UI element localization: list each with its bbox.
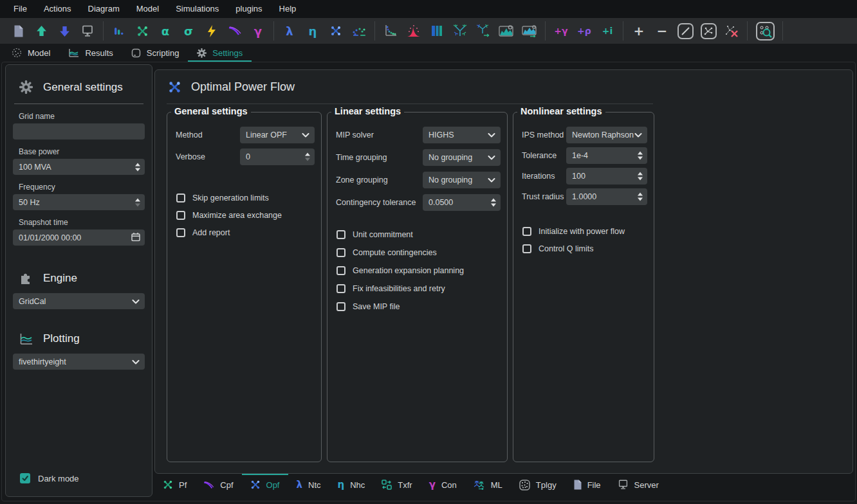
add-i-icon[interactable]: +i bbox=[596, 21, 619, 40]
tolerance-spinbox[interactable]: 1e-4 bbox=[566, 147, 647, 164]
grid-name-input[interactable] bbox=[13, 123, 145, 140]
tab-nhc[interactable]: η Nhc bbox=[329, 474, 374, 496]
contingency-tolerance-spinbox[interactable]: 0.0500 bbox=[423, 194, 501, 211]
tab-model[interactable]: Model bbox=[3, 44, 59, 62]
spin-buttons[interactable] bbox=[491, 199, 496, 207]
trust-radius-spinbox[interactable]: 1.0000 bbox=[566, 188, 647, 205]
checkbox-compute-contingencies[interactable]: Compute contingencies bbox=[336, 248, 501, 257]
tab-tplgy[interactable]: Tplgy bbox=[511, 474, 565, 496]
power-flow-icon[interactable] bbox=[131, 21, 154, 40]
sigma-icon[interactable]: σ bbox=[177, 21, 200, 40]
zone-grouping-combo[interactable]: No grouping bbox=[423, 172, 501, 188]
menu-diagram[interactable]: Diagram bbox=[80, 0, 128, 18]
tab-con[interactable]: γ Con bbox=[421, 474, 465, 496]
menu-plugins[interactable]: plugins bbox=[227, 0, 270, 18]
engine-heading: Engine bbox=[19, 271, 145, 285]
tab-ml[interactable]: ML bbox=[465, 474, 511, 496]
snapshot-time-input[interactable]: 01/01/2000 00:00 bbox=[13, 230, 145, 246]
server-connect-icon[interactable] bbox=[76, 21, 99, 40]
spin-buttons[interactable] bbox=[638, 193, 643, 201]
checkbox-fix-infeasibilities[interactable]: Fix infeasibilities and retry bbox=[336, 284, 501, 293]
tab-pf[interactable]: Pf bbox=[154, 474, 195, 496]
spin-buttons[interactable] bbox=[638, 152, 643, 160]
toolbar-separator bbox=[782, 21, 783, 40]
open-file-icon[interactable] bbox=[30, 21, 53, 40]
tab-opf[interactable]: Opf bbox=[242, 474, 288, 496]
tab-results-label: Results bbox=[85, 48, 113, 58]
spin-buttons[interactable] bbox=[305, 153, 310, 161]
tab-txfr[interactable]: Txfr bbox=[373, 474, 420, 496]
menu-file[interactable]: File bbox=[5, 0, 35, 18]
checkbox-maximize-area-exchange[interactable]: Maximize area exchange bbox=[176, 211, 315, 220]
ips-method-combo[interactable]: Newton Raphson bbox=[566, 127, 647, 143]
auto-layout-icon[interactable] bbox=[697, 21, 720, 40]
histogram-ts-icon[interactable] bbox=[518, 21, 541, 40]
save-file-icon[interactable] bbox=[53, 21, 76, 40]
spin-buttons[interactable] bbox=[638, 172, 643, 181]
menu-simulations[interactable]: Simulations bbox=[167, 0, 227, 18]
eta-icon[interactable]: η bbox=[301, 21, 324, 40]
new-file-icon[interactable] bbox=[6, 21, 30, 40]
base-power-spinbox[interactable]: 100 MVA bbox=[13, 159, 145, 175]
page-title: Optimal Power Flow bbox=[191, 80, 295, 94]
checkbox-skip-generation-limits[interactable]: Skip generation limits bbox=[176, 194, 315, 203]
verbose-spinbox[interactable]: 0 bbox=[240, 148, 315, 165]
contingency-branch-ts-icon[interactable] bbox=[472, 21, 495, 40]
engine-title: Engine bbox=[43, 272, 77, 285]
add-gamma-icon[interactable]: +γ bbox=[549, 21, 573, 40]
time-series-icon[interactable] bbox=[107, 21, 131, 40]
short-circuit-icon[interactable] bbox=[200, 21, 223, 40]
calendar-icon[interactable] bbox=[131, 232, 140, 243]
scatter-curve-icon[interactable] bbox=[379, 21, 402, 40]
checkbox-save-mip-file[interactable]: Save MIP file bbox=[336, 302, 501, 311]
dark-mode-label: Dark mode bbox=[38, 474, 79, 483]
spin-buttons[interactable] bbox=[135, 163, 140, 171]
checkbox-initialize-with-power-flow[interactable]: Initialize with power flow bbox=[522, 227, 647, 236]
checkbox-control-q-limits[interactable]: Control Q limits bbox=[522, 244, 647, 253]
menu-help[interactable]: Help bbox=[271, 0, 305, 18]
optimal-power-flow-icon[interactable] bbox=[324, 21, 347, 40]
contingency-branch-icon[interactable] bbox=[448, 21, 472, 40]
search-data-icon[interactable] bbox=[751, 21, 779, 40]
gamma-icon[interactable]: γ bbox=[246, 21, 270, 40]
checkbox-unit-commitment[interactable]: Unit commitment bbox=[336, 230, 501, 239]
tab-ntc[interactable]: λ Ntc bbox=[288, 474, 329, 496]
mip-solver-combo[interactable]: HIGHS bbox=[423, 127, 501, 143]
sidebar: General settings Grid name Base power 10… bbox=[5, 64, 152, 497]
panel-title-row: Optimal Power Flow bbox=[167, 80, 841, 94]
menu-actions[interactable]: Actions bbox=[35, 0, 80, 18]
sigma-peak-icon[interactable] bbox=[402, 21, 425, 40]
histogram-clustering-icon[interactable] bbox=[495, 21, 518, 40]
dark-mode-checkbox[interactable] bbox=[20, 473, 30, 483]
tab-cpf[interactable]: Cpf bbox=[195, 474, 241, 496]
iterations-spinbox[interactable]: 100 bbox=[566, 168, 647, 184]
toolbar-simulation-group: α σ γ bbox=[104, 18, 273, 44]
ml-icon bbox=[474, 480, 485, 490]
spin-buttons[interactable] bbox=[135, 198, 140, 206]
lambda-icon[interactable]: λ bbox=[278, 21, 301, 40]
continuation-curve-icon[interactable] bbox=[223, 21, 246, 40]
method-combo[interactable]: Linear OPF bbox=[240, 127, 315, 143]
tab-settings[interactable]: Settings bbox=[188, 44, 252, 62]
tab-file[interactable]: File bbox=[565, 474, 609, 496]
opf-time-series-icon[interactable] bbox=[347, 21, 371, 40]
plotting-combo[interactable]: fivethirtyeight bbox=[13, 354, 145, 370]
frequency-spinbox[interactable]: 50 Hz bbox=[13, 194, 145, 210]
checkbox-generation-expansion-planning[interactable]: Generation expansion planning bbox=[336, 266, 501, 275]
time-grouping-combo[interactable]: No grouping bbox=[423, 149, 501, 166]
delete-selected-icon[interactable] bbox=[720, 21, 743, 40]
tab-results[interactable]: Results bbox=[59, 44, 122, 62]
zoom-in-icon[interactable]: + bbox=[627, 21, 650, 40]
tab-server[interactable]: Server bbox=[609, 474, 667, 496]
checkbox-add-report[interactable]: Add report bbox=[176, 228, 315, 237]
add-line-icon[interactable] bbox=[674, 21, 697, 40]
alpha-icon[interactable]: α bbox=[154, 21, 177, 40]
tab-scripting[interactable]: Scripting bbox=[122, 44, 189, 62]
engine-combo[interactable]: GridCal bbox=[13, 293, 145, 309]
cpf-icon bbox=[203, 481, 214, 489]
checkbox-icon bbox=[176, 194, 185, 203]
zoom-out-icon[interactable]: − bbox=[650, 21, 674, 40]
add-rho-icon[interactable]: +ρ bbox=[573, 21, 596, 40]
menu-model[interactable]: Model bbox=[128, 0, 167, 18]
blackout-bars-icon[interactable] bbox=[425, 21, 448, 40]
